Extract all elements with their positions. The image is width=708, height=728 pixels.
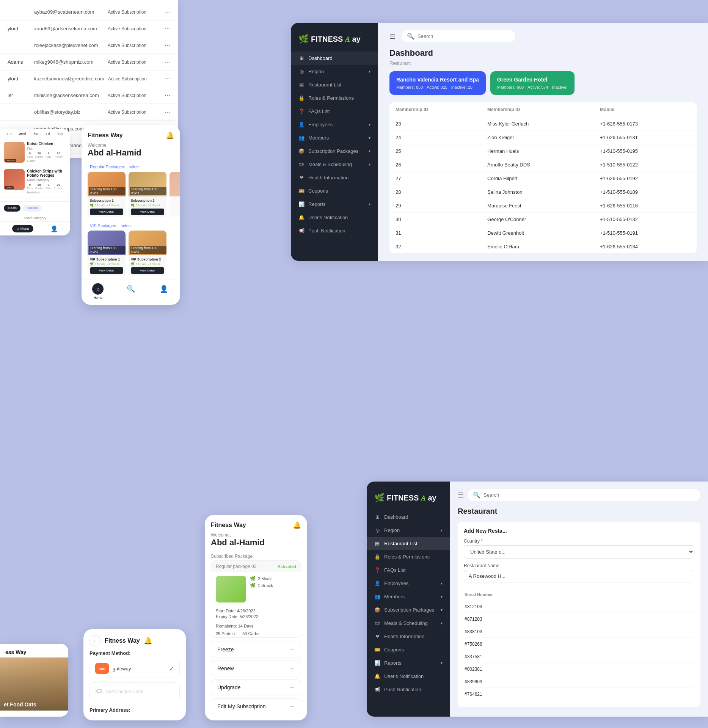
- day-sat[interactable]: Sat: [55, 132, 66, 136]
- sidebar-item-health[interactable]: ❤ Health Information: [291, 171, 378, 184]
- vip-card-image-1: Starting from 130 KWD: [88, 231, 126, 255]
- admin2-sidebar-item-push-notification[interactable]: 📢 Push Notification: [367, 683, 450, 696]
- renew-button[interactable]: Renew →: [211, 661, 301, 676]
- food-name-2: Chicken Strips with Potato Wedges: [27, 169, 66, 177]
- hamburger-icon-2[interactable]: ☰: [458, 491, 464, 499]
- day-wed[interactable]: Wed: [17, 132, 28, 136]
- sidebar-item-restaurant-list[interactable]: ▤ Restaurant List: [291, 78, 378, 91]
- menu-button[interactable]: ⌂ Menu: [12, 225, 33, 232]
- admin2-sidebar-item-user-notification[interactable]: 🔔 User's Notification: [367, 670, 450, 683]
- admin2-search-input[interactable]: [484, 492, 547, 498]
- admin2-sidebar-item-members[interactable]: 👥 Members ▾: [367, 590, 450, 603]
- admin2-sidebar-item-roles[interactable]: 🔒 Roles & Permissions: [367, 550, 450, 563]
- sidebar-item-subscriptions[interactable]: 📦 Subscription Packages ▾: [291, 144, 378, 158]
- menu-dots-icon[interactable]: ⋯: [165, 25, 171, 32]
- sidebar-item-roles[interactable]: 🔒 Roles & Permissions: [291, 91, 378, 105]
- members-icon-2: 👥: [374, 594, 380, 599]
- coupon-placeholder: Add Coupon Code: [106, 689, 143, 694]
- meal-card-3[interactable]: [170, 172, 180, 217]
- meal-card-1[interactable]: Starting from 130 KWD Subscription 1 🌿 2…: [88, 172, 126, 217]
- sub-bell-icon[interactable]: 🔔: [293, 521, 301, 529]
- chevron-down-icon: ▾: [369, 149, 370, 153]
- admin2-label-meals: Meals & Scheduling: [384, 620, 428, 626]
- admin2-sidebar-item-subscriptions[interactable]: 📦 Subscription Packages ▾: [367, 603, 450, 617]
- upgrade-label: Updgrade: [217, 684, 241, 690]
- sidebar-item-dashboard[interactable]: ⊞ Dashboard: [291, 52, 378, 65]
- vip-view-detail-btn-1[interactable]: View Detail: [90, 267, 123, 274]
- member-mobile: +1-626-555-0131: [594, 131, 697, 144]
- view-detail-btn-2[interactable]: View Detail: [131, 209, 164, 215]
- back-button[interactable]: ←: [89, 635, 101, 646]
- sidebar-item-meals[interactable]: 🍽 Meals & Scheduling ▾: [291, 158, 378, 171]
- day-thu[interactable]: Thu: [30, 132, 41, 136]
- sidebar-item-coupons[interactable]: 🎫 Coupons: [291, 184, 378, 198]
- menu-dots-icon[interactable]: ⋯: [165, 42, 171, 49]
- admin2-label-members: Members: [384, 594, 405, 599]
- profile-icon[interactable]: 👤: [50, 225, 58, 232]
- coupon-field[interactable]: 🏷 Add Coupon Code: [89, 682, 180, 700]
- resort-cards-container: Rancho Valencia Resort and Spa Members: …: [389, 71, 697, 95]
- food-name-label: et Food Oats: [4, 701, 36, 708]
- sidebar-item-members[interactable]: 👥 Members ▾: [291, 131, 378, 144]
- sidebar-item-user-notification[interactable]: 🔔 User's Notification: [291, 211, 378, 224]
- gateway-selector[interactable]: boo gateway ✓: [89, 659, 180, 678]
- resort-card-2[interactable]: Green Garden Hotel Members: 600 Active: …: [490, 71, 575, 95]
- sidebar-label-meals: Meals & Scheduling: [308, 162, 352, 167]
- table-row: 30 George O'Conner +1-510-555-0132: [389, 213, 697, 226]
- sidebar-item-faqs[interactable]: ❓ FAQs List: [291, 105, 378, 118]
- menu-dots-icon[interactable]: ⋯: [165, 75, 171, 82]
- vip-card-1[interactable]: Starting from 130 KWD VIP Subscription 1…: [88, 231, 126, 276]
- admin2-sidebar-item-health[interactable]: ❤ Health Information: [367, 630, 450, 643]
- day-tue[interactable]: Tue: [4, 132, 15, 136]
- restaurant-name-input[interactable]: [464, 570, 694, 582]
- meal-card-2[interactable]: Starting from 130 KWD Subscription 2 🌿 2…: [129, 172, 166, 217]
- bell-icon[interactable]: 🔔: [166, 131, 174, 140]
- tab-meals[interactable]: Meals: [4, 205, 20, 212]
- nav-search[interactable]: 🔍: [125, 283, 137, 300]
- admin2-sidebar-item-coupons[interactable]: 🎫 Coupons: [367, 643, 450, 656]
- nav-home[interactable]: ⌂ Home: [92, 283, 104, 300]
- nav-profile[interactable]: 👤: [158, 283, 170, 300]
- admin2-sidebar-item-employees[interactable]: 👤 Employees ▾: [367, 577, 450, 590]
- admin2-main-content: ☰ 🔍 Restaurant Add New Resta... Country …: [450, 482, 708, 717]
- payment-bell-icon[interactable]: 🔔: [144, 637, 152, 645]
- country-select[interactable]: United State o...: [464, 545, 694, 559]
- hamburger-icon[interactable]: ☰: [389, 32, 396, 41]
- search-nav-icon: 🔍: [125, 283, 137, 295]
- edit-subscription-button[interactable]: Edit My Subscription →: [211, 698, 301, 714]
- freeze-button[interactable]: Freeze →: [211, 642, 301, 657]
- sidebar-item-region[interactable]: ◎ Region ▾: [291, 65, 378, 78]
- macro-protein2: 20 Protein: [53, 183, 63, 190]
- logo-text-way: 𝐴: [345, 35, 350, 44]
- admin2-sidebar-item-restaurant-list[interactable]: ▤ Restaurant List: [367, 537, 450, 550]
- mobile-app-title: Fitness Way: [88, 132, 123, 139]
- resort-card-1[interactable]: Rancho Valencia Resort and Spa Members: …: [389, 71, 486, 95]
- coupon-icon-2: 🎫: [374, 647, 380, 653]
- vip-view-detail-btn-2[interactable]: View Detail: [131, 267, 164, 274]
- sidebar-item-push-notification[interactable]: 📢 Push Notification: [291, 224, 378, 237]
- upgrade-button[interactable]: Updgrade →: [211, 679, 301, 695]
- menu-dots-icon[interactable]: ⋯: [165, 58, 171, 66]
- menu-dots-icon[interactable]: ⋯: [165, 108, 171, 116]
- admin2-sidebar-item-meals[interactable]: 🍽 Meals & Scheduling ▾: [367, 617, 450, 630]
- start-date: Start Date: 4/26/2022: [216, 609, 296, 613]
- admin2-sidebar-item-dashboard[interactable]: ⊞ Dashboard: [367, 510, 450, 524]
- admin2-sidebar-item-reports[interactable]: 📊 Reports ▾: [367, 656, 450, 670]
- search-input[interactable]: [418, 33, 481, 39]
- vip-price-2: Starting from 130 KWD: [130, 246, 166, 254]
- menu-dots-icon[interactable]: ⋯: [165, 8, 171, 16]
- admin2-sidebar-item-region[interactable]: ◎ Region ▾: [367, 524, 450, 537]
- add-new-label: Add New Resta...: [464, 528, 694, 534]
- sidebar-item-reports[interactable]: 📊 Reports ▾: [291, 198, 378, 211]
- admin2-search-bar[interactable]: 🔍: [468, 489, 700, 501]
- view-detail-btn-1[interactable]: View Detail: [90, 209, 123, 215]
- home-icon: ⌂: [92, 283, 104, 295]
- menu-dots-icon[interactable]: ⋯: [165, 92, 171, 99]
- admin2-sidebar-item-faqs[interactable]: ❓ FAQs List: [367, 563, 450, 577]
- search-bar[interactable]: 🔍: [402, 30, 515, 42]
- vip-card-2[interactable]: Starting from 130 KWD VIP Subscription 2…: [129, 231, 166, 276]
- sidebar-item-employees[interactable]: 👤 Employees ▾: [291, 118, 378, 131]
- tab-snacks[interactable]: Snacks: [23, 205, 42, 212]
- chevron-down-icon: ▾: [369, 202, 370, 206]
- day-fri[interactable]: Fri: [42, 132, 53, 136]
